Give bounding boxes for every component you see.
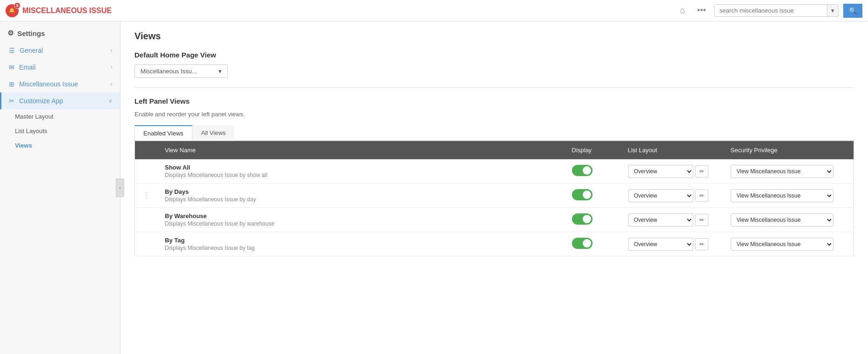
view-desc: Displays Miscellaneous Issue by warehous…: [165, 220, 557, 227]
search-button[interactable]: 🔍: [843, 4, 862, 18]
view-name-cell: Show All Displays Miscellaneous Issue by…: [157, 159, 565, 184]
content-area: Views Default Home Page View Miscellaneo…: [120, 21, 868, 354]
search-input[interactable]: [715, 5, 827, 16]
list-layout-cell: Overview ✏: [621, 232, 723, 256]
views-tabs: Enabled Views All Views: [134, 125, 854, 141]
edit-layout-button-by-tag[interactable]: ✏: [695, 238, 708, 250]
view-name-cell: By Days Displays Miscellaneous Issue by …: [157, 184, 565, 208]
security-select-show-all[interactable]: View Miscellaneous Issue: [731, 165, 833, 178]
display-cell: [565, 159, 621, 184]
header: 🔔 9 MISCELLANEOUS ISSUE ⌂ ••• ▾ 🔍: [0, 0, 868, 21]
list-layout-cell: Overview ✏: [621, 184, 723, 208]
section-divider: [134, 87, 854, 88]
notification-badge: 9: [14, 2, 21, 9]
views-table: View Name Display List Layout Security P…: [134, 141, 854, 256]
drag-cell: [135, 159, 158, 184]
col-security: Security Privilege: [723, 141, 854, 160]
chevron-right-icon: ›: [111, 81, 113, 87]
view-name: By Tag: [165, 237, 557, 244]
left-panel-description: Enable and reorder your left panel views…: [134, 111, 854, 118]
email-icon: ✉: [9, 64, 14, 71]
left-panel-section-title: Left Panel Views: [134, 97, 854, 105]
sidebar: ⚙ Settings ☰ General › ✉ Email ›: [0, 21, 120, 354]
sidebar-sub-item-views[interactable]: Views: [0, 138, 120, 153]
default-view-dropdown[interactable]: Miscellaneous Issu... ▾: [134, 64, 228, 78]
edit-layout-button-by-days[interactable]: ✏: [695, 190, 708, 202]
display-toggle-show-all[interactable]: [572, 165, 593, 176]
default-home-section-title: Default Home Page View: [134, 51, 854, 59]
chevron-right-icon: ›: [111, 64, 113, 71]
views-label: Views: [15, 142, 32, 149]
drag-cell[interactable]: ⋮: [135, 184, 158, 208]
sidebar-wrapper: ⚙ Settings ☰ General › ✉ Email ›: [0, 21, 120, 354]
security-select-by-days[interactable]: View Miscellaneous Issue: [731, 189, 833, 202]
col-drag: [135, 141, 158, 160]
chevron-down-icon: ∨: [108, 98, 113, 104]
app-name: MISCELLANEOUS ISSUE: [22, 7, 112, 15]
table-row: By Warehouse Displays Miscellaneous Issu…: [135, 208, 854, 232]
security-select-by-tag[interactable]: View Miscellaneous Issue: [731, 238, 833, 251]
sidebar-item-email[interactable]: ✉ Email ›: [0, 59, 120, 76]
display-cell: [565, 232, 621, 256]
view-desc: Displays Miscellaneous Issue by day: [165, 196, 557, 203]
table-row: By Tag Displays Miscellaneous Issue by t…: [135, 232, 854, 256]
sidebar-item-label-misc: Miscellaneous Issue: [19, 80, 78, 88]
sidebar-sub-item-list-layouts[interactable]: List Layouts: [0, 124, 120, 138]
display-toggle-by-days[interactable]: [572, 189, 593, 200]
display-toggle-by-tag[interactable]: [572, 238, 593, 249]
sidebar-item-label-general: General: [20, 47, 43, 54]
misc-issue-icon: ⊞: [9, 80, 14, 88]
app-icon: 🔔 9: [6, 4, 19, 17]
tab-all-views[interactable]: All Views: [192, 125, 235, 141]
display-cell: [565, 208, 621, 232]
customize-icon: ✂: [9, 97, 14, 105]
default-dropdown-value: Miscellaneous Issu...: [141, 68, 197, 75]
search-dropdown-button[interactable]: ▾: [827, 5, 838, 16]
sidebar-item-label-customize: Customize App: [19, 97, 63, 105]
sidebar-section-title: ⚙ Settings: [0, 21, 120, 42]
security-select-by-warehouse[interactable]: View Miscellaneous Issue: [731, 213, 833, 227]
list-layout-cell: Overview ✏: [621, 159, 723, 184]
sidebar-collapse-button[interactable]: ‹: [116, 178, 124, 197]
sidebar-item-label-email: Email: [19, 64, 35, 71]
security-cell: View Miscellaneous Issue: [723, 208, 854, 232]
display-toggle-by-warehouse[interactable]: [572, 213, 593, 225]
sidebar-sub-item-master-layout[interactable]: Master Layout: [0, 109, 120, 124]
gear-icon: ⚙: [7, 29, 14, 37]
list-layout-select-by-days[interactable]: Overview: [628, 189, 693, 202]
more-button[interactable]: •••: [693, 4, 710, 17]
edit-layout-button-show-all[interactable]: ✏: [695, 165, 708, 177]
sidebar-item-customize-app[interactable]: ✂ Customize App ∨: [0, 92, 120, 109]
view-name: By Warehouse: [165, 212, 557, 219]
view-desc: Displays Miscellaneous Issue by show all: [165, 172, 557, 178]
general-icon: ☰: [9, 47, 15, 54]
home-button[interactable]: ⌂: [676, 4, 689, 17]
list-layouts-label: List Layouts: [15, 127, 47, 135]
list-layout-select-show-all[interactable]: Overview: [628, 165, 693, 178]
tab-enabled-views[interactable]: Enabled Views: [134, 125, 192, 141]
list-layout-select-by-tag[interactable]: Overview: [628, 238, 693, 251]
settings-label: Settings: [17, 29, 45, 37]
search-container: ▾: [714, 4, 839, 17]
sidebar-item-miscellaneous-issue[interactable]: ⊞ Miscellaneous Issue ›: [0, 76, 120, 92]
list-layout-cell: Overview ✏: [621, 208, 723, 232]
sidebar-item-general[interactable]: ☰ General ›: [0, 42, 120, 59]
security-cell: View Miscellaneous Issue: [723, 232, 854, 256]
view-name-cell: By Warehouse Displays Miscellaneous Issu…: [157, 208, 565, 232]
display-cell: [565, 184, 621, 208]
list-layout-select-by-warehouse[interactable]: Overview: [628, 213, 693, 227]
drag-cell: [135, 208, 158, 232]
edit-layout-button-by-warehouse[interactable]: ✏: [695, 214, 708, 226]
table-header-row: View Name Display List Layout Security P…: [135, 141, 854, 160]
bell-icon: 🔔: [9, 7, 15, 14]
view-name-cell: By Tag Displays Miscellaneous Issue by t…: [157, 232, 565, 256]
view-desc: Displays Miscellaneous Issue by tag: [165, 245, 557, 251]
chevron-right-icon: ›: [111, 47, 113, 54]
security-cell: View Miscellaneous Issue: [723, 159, 854, 184]
main-layout: ⚙ Settings ☰ General › ✉ Email ›: [0, 21, 868, 354]
page-title: Views: [134, 31, 854, 42]
drag-handle-icon[interactable]: ⋮: [142, 191, 150, 199]
app-logo: 🔔 9 MISCELLANEOUS ISSUE: [6, 4, 112, 17]
drag-cell: [135, 232, 158, 256]
col-view-name: View Name: [157, 141, 565, 160]
